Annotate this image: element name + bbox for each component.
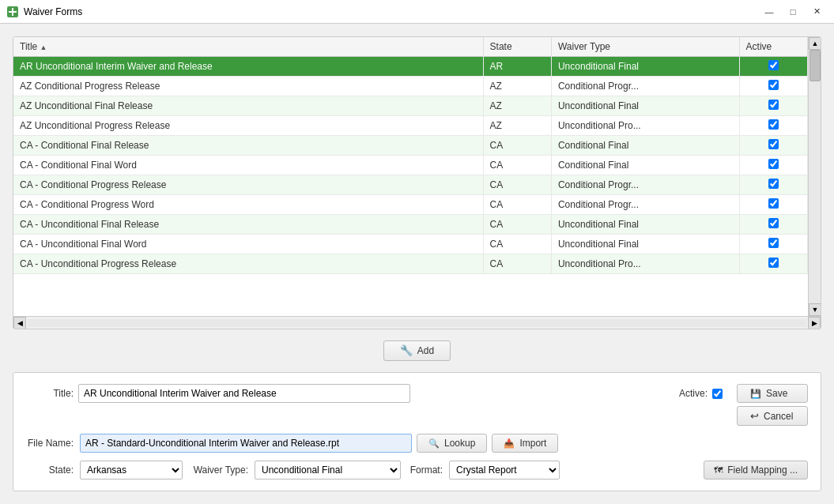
cell-active: [739, 235, 807, 254]
col-active[interactable]: Active: [739, 37, 807, 57]
lookup-label: Lookup: [444, 438, 475, 449]
table-row[interactable]: CA - Unconditional Progress ReleaseCAUnc…: [13, 254, 808, 274]
active-checkbox[interactable]: [712, 389, 723, 399]
cell-waiver-type: Conditional Progr...: [551, 175, 739, 195]
scroll-up-button[interactable]: ▲: [809, 37, 821, 50]
cell-title: AZ Unconditional Final Release: [13, 96, 483, 116]
scroll-track[interactable]: [809, 50, 821, 303]
active-row-checkbox[interactable]: [768, 100, 779, 110]
title-label: Title:: [26, 388, 74, 399]
active-row-checkbox[interactable]: [768, 198, 779, 209]
table-row[interactable]: CA - Conditional Final ReleaseCAConditio…: [13, 136, 808, 156]
scroll-right-button[interactable]: ▶: [808, 317, 821, 329]
active-row-checkbox[interactable]: [768, 258, 779, 268]
cell-waiver-type: Unconditional Final: [551, 215, 739, 235]
state-select[interactable]: Arkansas Arizona California: [80, 461, 183, 480]
table-panel: Title ▲ State Waiver Type Active AR Unco…: [13, 36, 821, 329]
cell-waiver-type: Unconditional Final: [551, 96, 739, 116]
cell-active: [739, 156, 807, 175]
h-scroll-track[interactable]: [28, 319, 806, 327]
col-state[interactable]: State: [483, 37, 551, 57]
col-title-label: Title: [20, 41, 37, 52]
cell-active: [739, 77, 807, 96]
cancel-button[interactable]: Cancel: [737, 406, 808, 426]
table-row[interactable]: CA - Unconditional Final WordCAUnconditi…: [13, 235, 808, 254]
table-row[interactable]: AZ Unconditional Final ReleaseAZUncondit…: [13, 96, 808, 116]
cell-active: [739, 254, 807, 274]
table-row[interactable]: AZ Conditional Progress ReleaseAZConditi…: [13, 77, 808, 96]
vertical-scrollbar[interactable]: ▲ ▼: [808, 37, 821, 316]
cell-title: CA - Unconditional Final Word: [13, 235, 483, 254]
scroll-thumb[interactable]: [809, 50, 821, 81]
cell-state: AZ: [483, 116, 551, 136]
field-mapping-button[interactable]: Field Mapping ...: [704, 461, 808, 480]
horizontal-scrollbar[interactable]: ◀ ▶: [13, 316, 821, 329]
cell-state: CA: [483, 195, 551, 215]
table-row[interactable]: CA - Conditional Final WordCAConditional…: [13, 156, 808, 175]
add-area: Add: [13, 337, 821, 364]
cell-state: CA: [483, 175, 551, 195]
table-header-row: Title ▲ State Waiver Type Active: [13, 37, 808, 57]
lookup-button[interactable]: Lookup: [417, 434, 487, 453]
cell-waiver-type: Unconditional Final: [551, 235, 739, 254]
active-row-checkbox[interactable]: [768, 218, 779, 228]
save-cancel-group: Save Cancel: [737, 384, 808, 426]
import-label: Import: [519, 438, 546, 449]
svg-rect-2: [12, 8, 13, 16]
lookup-icon: [428, 438, 440, 449]
title-input[interactable]: [78, 384, 410, 403]
import-button[interactable]: Import: [492, 434, 558, 453]
format-select[interactable]: Crystal Report Word Document PDF: [449, 461, 560, 480]
active-row-checkbox[interactable]: [768, 238, 779, 248]
add-button[interactable]: Add: [383, 340, 451, 361]
active-row-checkbox[interactable]: [768, 179, 779, 189]
maximize-button[interactable]: □: [782, 3, 804, 21]
cell-active: [739, 215, 807, 235]
active-row-checkbox[interactable]: [768, 159, 779, 169]
table-wrapper: Title ▲ State Waiver Type Active AR Unco…: [13, 37, 821, 316]
col-waiver-type[interactable]: Waiver Type: [551, 37, 739, 57]
cell-state: CA: [483, 215, 551, 235]
cell-state: AZ: [483, 96, 551, 116]
cell-waiver-type: Unconditional Pro...: [551, 116, 739, 136]
filename-input[interactable]: [80, 434, 412, 453]
active-row-checkbox[interactable]: [768, 80, 779, 90]
col-title[interactable]: Title ▲: [13, 37, 483, 57]
active-row-checkbox[interactable]: [768, 119, 779, 130]
cell-waiver-type: Unconditional Pro...: [551, 254, 739, 274]
table-row[interactable]: CA - Conditional Progress ReleaseCACondi…: [13, 175, 808, 195]
waiver-type-select[interactable]: Unconditional Final Conditional Final Co…: [255, 461, 401, 480]
form-panel: Title: Active: Save Cancel File: [13, 372, 821, 491]
active-row-checkbox[interactable]: [768, 60, 779, 70]
cell-active: [739, 57, 807, 77]
cancel-label: Cancel: [764, 411, 793, 422]
cell-active: [739, 195, 807, 215]
field-mapping-label: Field Mapping ...: [727, 465, 798, 476]
filename-label: File Name:: [26, 438, 74, 449]
cell-state: CA: [483, 235, 551, 254]
save-button[interactable]: Save: [737, 384, 808, 403]
scroll-left-button[interactable]: ◀: [13, 317, 26, 329]
cell-waiver-type: Conditional Progr...: [551, 195, 739, 215]
cell-title: CA - Conditional Progress Word: [13, 195, 483, 215]
table-row[interactable]: AR Unconditional Interim Waiver and Rele…: [13, 57, 808, 77]
scroll-down-button[interactable]: ▼: [809, 303, 821, 316]
cell-title: AR Unconditional Interim Waiver and Rele…: [13, 57, 483, 77]
title-bar: Waiver Forms — □ ✕: [0, 0, 834, 24]
table-container[interactable]: Title ▲ State Waiver Type Active AR Unco…: [13, 37, 808, 316]
cell-state: CA: [483, 136, 551, 156]
window-title: Waiver Forms: [24, 6, 758, 17]
table-row[interactable]: CA - Unconditional Final ReleaseCAUncond…: [13, 215, 808, 235]
close-button[interactable]: ✕: [806, 3, 828, 21]
state-label: State:: [26, 465, 74, 476]
save-label: Save: [766, 388, 787, 399]
cell-title: CA - Unconditional Final Release: [13, 215, 483, 235]
cell-active: [739, 175, 807, 195]
main-content: Title ▲ State Waiver Type Active AR Unco…: [0, 24, 834, 504]
cell-waiver-type: Conditional Final: [551, 156, 739, 175]
table-row[interactable]: CA - Conditional Progress WordCAConditio…: [13, 195, 808, 215]
table-row[interactable]: AZ Unconditional Progress ReleaseAZUncon…: [13, 116, 808, 136]
active-row-checkbox[interactable]: [768, 139, 779, 149]
minimize-button[interactable]: —: [758, 3, 780, 21]
active-section: Active:: [679, 388, 730, 399]
